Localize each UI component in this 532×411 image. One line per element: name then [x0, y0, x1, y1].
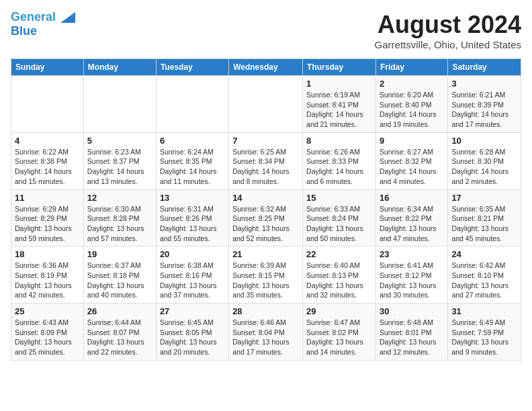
weekday-header-monday: Monday	[83, 59, 156, 76]
weekday-header-sunday: Sunday	[11, 59, 84, 76]
day-info: Sunrise: 6:29 AMSunset: 8:29 PMDaylight:…	[15, 204, 80, 244]
day-info: Sunrise: 6:37 AMSunset: 8:18 PMDaylight:…	[87, 261, 152, 300]
day-number: 18	[15, 249, 80, 259]
calendar-cell: 19Sunrise: 6:37 AMSunset: 8:18 PMDayligh…	[83, 246, 156, 304]
calendar-cell: 1Sunrise: 6:19 AMSunset: 8:41 PMDaylight…	[303, 76, 376, 133]
calendar-cell: 16Sunrise: 6:34 AMSunset: 8:22 PMDayligh…	[375, 189, 447, 246]
calendar-cell: 8Sunrise: 6:26 AMSunset: 8:33 PMDaylight…	[303, 132, 376, 189]
day-number: 14	[232, 193, 299, 203]
day-info: Sunrise: 6:27 AMSunset: 8:32 PMDaylight:…	[380, 147, 444, 187]
calendar-cell: 20Sunrise: 6:38 AMSunset: 8:16 PMDayligh…	[156, 246, 228, 304]
day-number: 16	[380, 193, 444, 203]
day-number: 13	[160, 193, 225, 203]
day-info: Sunrise: 6:21 AMSunset: 8:39 PMDaylight:…	[451, 90, 517, 130]
day-info: Sunrise: 6:23 AMSunset: 8:37 PMDaylight:…	[87, 147, 152, 187]
day-number: 23	[380, 249, 444, 259]
title-block: August 2024 Garrettsville, Ohio, United …	[375, 11, 521, 50]
svg-marker-0	[60, 12, 75, 23]
location-subtitle: Garrettsville, Ohio, United States	[375, 39, 521, 50]
calendar-cell: 5Sunrise: 6:23 AMSunset: 8:37 PMDaylight…	[83, 132, 156, 189]
calendar-cell: 27Sunrise: 6:45 AMSunset: 8:05 PMDayligh…	[156, 304, 228, 361]
day-number: 24	[451, 249, 517, 259]
day-number: 15	[306, 193, 372, 203]
calendar-cell: 23Sunrise: 6:41 AMSunset: 8:12 PMDayligh…	[375, 246, 447, 304]
day-number: 2	[380, 79, 444, 89]
calendar-cell: 14Sunrise: 6:32 AMSunset: 8:25 PMDayligh…	[229, 189, 303, 246]
day-info: Sunrise: 6:49 AMSunset: 7:59 PMDaylight:…	[451, 318, 517, 357]
day-number: 19	[87, 249, 152, 259]
calendar-cell: 6Sunrise: 6:24 AMSunset: 8:35 PMDaylight…	[156, 132, 228, 189]
calendar-cell: 18Sunrise: 6:36 AMSunset: 8:19 PMDayligh…	[11, 246, 84, 304]
calendar-cell	[229, 76, 303, 133]
weekday-header-wednesday: Wednesday	[229, 59, 303, 76]
day-info: Sunrise: 6:44 AMSunset: 8:07 PMDaylight:…	[87, 318, 152, 357]
day-number: 10	[451, 136, 517, 146]
day-number: 4	[15, 136, 80, 146]
calendar-cell: 30Sunrise: 6:48 AMSunset: 8:01 PMDayligh…	[375, 304, 447, 361]
day-number: 29	[306, 306, 372, 316]
weekday-header-saturday: Saturday	[448, 59, 521, 76]
calendar-cell	[83, 76, 156, 133]
calendar-cell: 26Sunrise: 6:44 AMSunset: 8:07 PMDayligh…	[83, 304, 156, 361]
calendar-table: SundayMondayTuesdayWednesdayThursdayFrid…	[11, 58, 521, 361]
day-number: 30	[380, 306, 444, 316]
calendar-header: SundayMondayTuesdayWednesdayThursdayFrid…	[11, 59, 521, 76]
calendar-cell	[156, 76, 228, 133]
day-info: Sunrise: 6:32 AMSunset: 8:25 PMDaylight:…	[232, 204, 299, 244]
day-number: 9	[380, 136, 444, 146]
calendar-cell: 25Sunrise: 6:43 AMSunset: 8:09 PMDayligh…	[11, 304, 84, 361]
day-info: Sunrise: 6:48 AMSunset: 8:01 PMDaylight:…	[380, 318, 444, 357]
day-info: Sunrise: 6:39 AMSunset: 8:15 PMDaylight:…	[232, 261, 299, 300]
day-info: Sunrise: 6:25 AMSunset: 8:34 PMDaylight:…	[232, 147, 299, 187]
day-info: Sunrise: 6:38 AMSunset: 8:16 PMDaylight:…	[160, 261, 225, 300]
day-info: Sunrise: 6:41 AMSunset: 8:12 PMDaylight:…	[380, 261, 444, 300]
month-title: August 2024	[375, 11, 521, 39]
day-number: 8	[306, 136, 372, 146]
day-info: Sunrise: 6:35 AMSunset: 8:21 PMDaylight:…	[451, 204, 517, 244]
day-number: 17	[451, 193, 517, 203]
weekday-header-friday: Friday	[375, 59, 447, 76]
day-number: 25	[15, 306, 80, 316]
day-info: Sunrise: 6:24 AMSunset: 8:35 PMDaylight:…	[160, 147, 225, 187]
day-number: 27	[160, 306, 225, 316]
day-info: Sunrise: 6:31 AMSunset: 8:26 PMDaylight:…	[160, 204, 225, 244]
day-info: Sunrise: 6:20 AMSunset: 8:40 PMDaylight:…	[380, 90, 444, 130]
calendar-cell: 31Sunrise: 6:49 AMSunset: 7:59 PMDayligh…	[448, 304, 521, 361]
day-number: 22	[306, 249, 372, 259]
day-number: 1	[306, 79, 372, 89]
calendar-cell: 17Sunrise: 6:35 AMSunset: 8:21 PMDayligh…	[448, 189, 521, 246]
calendar-cell: 2Sunrise: 6:20 AMSunset: 8:40 PMDaylight…	[375, 76, 447, 133]
day-info: Sunrise: 6:47 AMSunset: 8:02 PMDaylight:…	[306, 318, 372, 357]
day-info: Sunrise: 6:19 AMSunset: 8:41 PMDaylight:…	[306, 90, 372, 130]
day-info: Sunrise: 6:28 AMSunset: 8:30 PMDaylight:…	[451, 147, 517, 187]
day-number: 21	[232, 249, 299, 259]
day-number: 7	[232, 136, 299, 146]
page-header: General Blue August 2024 Garrettsville, …	[11, 11, 521, 50]
day-info: Sunrise: 6:33 AMSunset: 8:24 PMDaylight:…	[306, 204, 372, 244]
day-info: Sunrise: 6:34 AMSunset: 8:22 PMDaylight:…	[380, 204, 444, 244]
calendar-cell: 12Sunrise: 6:30 AMSunset: 8:28 PMDayligh…	[83, 189, 156, 246]
logo: General Blue	[11, 11, 75, 38]
day-number: 6	[160, 136, 225, 146]
weekday-header-tuesday: Tuesday	[156, 59, 228, 76]
calendar-cell	[11, 76, 84, 133]
day-number: 31	[451, 306, 517, 316]
calendar-cell: 10Sunrise: 6:28 AMSunset: 8:30 PMDayligh…	[448, 132, 521, 189]
day-number: 28	[232, 306, 299, 316]
calendar-cell: 29Sunrise: 6:47 AMSunset: 8:02 PMDayligh…	[303, 304, 376, 361]
calendar-cell: 15Sunrise: 6:33 AMSunset: 8:24 PMDayligh…	[303, 189, 376, 246]
day-number: 12	[87, 193, 152, 203]
calendar-cell: 9Sunrise: 6:27 AMSunset: 8:32 PMDaylight…	[375, 132, 447, 189]
calendar-cell: 3Sunrise: 6:21 AMSunset: 8:39 PMDaylight…	[448, 76, 521, 133]
weekday-header-thursday: Thursday	[303, 59, 376, 76]
calendar-cell: 4Sunrise: 6:22 AMSunset: 8:38 PMDaylight…	[11, 132, 84, 189]
calendar-cell: 21Sunrise: 6:39 AMSunset: 8:15 PMDayligh…	[229, 246, 303, 304]
day-info: Sunrise: 6:43 AMSunset: 8:09 PMDaylight:…	[15, 318, 80, 357]
calendar-cell: 13Sunrise: 6:31 AMSunset: 8:26 PMDayligh…	[156, 189, 228, 246]
day-info: Sunrise: 6:40 AMSunset: 8:13 PMDaylight:…	[306, 261, 372, 300]
day-info: Sunrise: 6:42 AMSunset: 8:10 PMDaylight:…	[451, 261, 517, 300]
logo-icon	[60, 12, 75, 23]
logo-text: General	[11, 11, 75, 24]
calendar-cell: 22Sunrise: 6:40 AMSunset: 8:13 PMDayligh…	[303, 246, 376, 304]
day-info: Sunrise: 6:46 AMSunset: 8:04 PMDaylight:…	[232, 318, 299, 357]
